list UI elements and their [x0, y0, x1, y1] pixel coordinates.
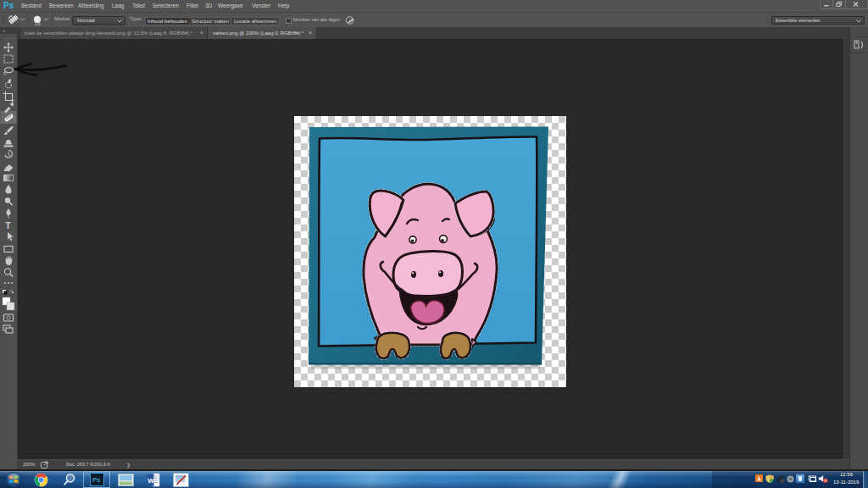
svg-text:T: T — [5, 220, 11, 230]
svg-text:126: 126 — [35, 22, 42, 26]
svg-text:W: W — [147, 477, 154, 485]
